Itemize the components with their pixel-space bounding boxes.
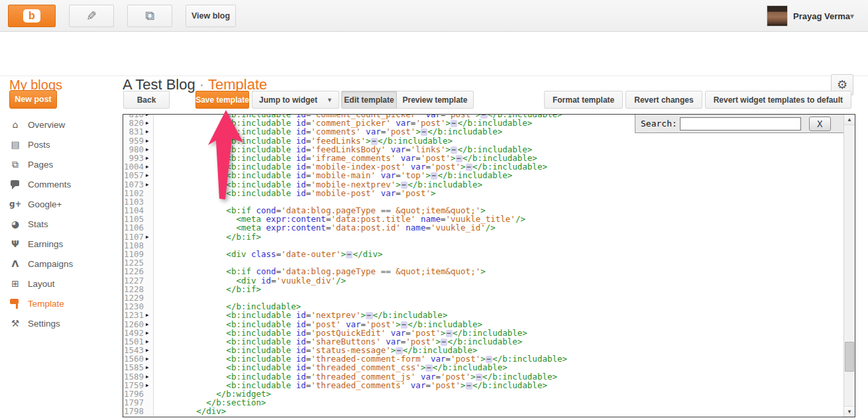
fold-arrow-placeholder: [144, 302, 153, 311]
fold-arrow-icon[interactable]: ▶: [144, 180, 153, 189]
fold-arrow-icon[interactable]: ▶: [144, 171, 153, 180]
fold-arrow-icon[interactable]: ▶: [144, 381, 153, 390]
sidebar-item-campaigns[interactable]: ΛCampaigns: [0, 254, 123, 274]
fold-arrow-icon[interactable]: ▶: [144, 337, 153, 346]
gutter: 1107▶: [123, 233, 154, 241]
code-text: <b:includable id='mobile-post' var='post…: [154, 189, 435, 197]
avatar[interactable]: [767, 5, 788, 26]
editor-scrollbar[interactable]: ▲ ▼: [843, 115, 855, 417]
line-number: 1228: [123, 285, 144, 293]
fold-arrow-icon[interactable]: ▶: [144, 233, 153, 241]
fold-arrow-icon[interactable]: ▶: [144, 320, 153, 329]
blogger-home-button[interactable]: b: [8, 5, 56, 27]
wrench-icon: ⚒: [9, 318, 21, 329]
search-close-button[interactable]: X: [809, 117, 831, 131]
sidebar-item-pages[interactable]: ⧉Pages: [0, 154, 123, 174]
gutter: 1057▶: [123, 171, 154, 180]
pages-icon: ⧉: [9, 159, 21, 170]
line-number: 959: [123, 136, 144, 145]
template-code-editor[interactable]: 810▶ <b:includable id='comment_count_pic…: [123, 114, 855, 417]
sidebar-item-label: Campaigns: [28, 259, 73, 269]
sidebar-item-template[interactable]: Template: [0, 293, 123, 313]
view-blog-button[interactable]: View blog: [186, 5, 236, 27]
sidebar-item-overview[interactable]: ⌂Overview: [0, 115, 123, 134]
sidebar-item-stats[interactable]: ◕Stats: [0, 214, 123, 234]
fold-arrow-placeholder: [144, 293, 153, 302]
sidebar-nav: ⌂Overview▤Posts⧉PagesCommentsg+Google+◕S…: [0, 115, 123, 333]
edit-template-button[interactable]: Edit template: [341, 91, 397, 109]
fold-arrow-icon[interactable]: ▶: [144, 329, 153, 337]
home-icon: ⌂: [9, 119, 21, 130]
stacked-pages-icon: ⧉: [145, 9, 154, 23]
search-input[interactable]: [680, 117, 801, 131]
scrollbar-thumb[interactable]: [845, 342, 854, 372]
sidebar-item-label: Stats: [28, 219, 48, 229]
sidebar-item-google-plus[interactable]: g+Google+: [0, 194, 123, 214]
gutter: 1073▶: [123, 180, 154, 189]
sidebar-item-label: Settings: [28, 319, 60, 329]
code-text: <meta expr:content='data:post.id' name='…: [154, 223, 496, 232]
fold-arrow-icon[interactable]: ▶: [144, 311, 153, 319]
gutter: 980▶: [123, 145, 154, 154]
fold-arrow-icon[interactable]: ▶: [144, 346, 153, 354]
code-line: 1798 </div>: [123, 407, 843, 415]
sidebar-item-label: Earnings: [28, 239, 63, 249]
sidebar-item-label: Layout: [28, 279, 55, 289]
user-name[interactable]: Prayag Verma: [793, 0, 850, 32]
revert-changes-button[interactable]: Revert changes: [625, 91, 702, 109]
scroll-down-arrow-icon[interactable]: ▼: [844, 406, 855, 417]
fold-arrow-icon[interactable]: ▶: [144, 354, 153, 363]
sidebar-item-comments[interactable]: Comments: [0, 174, 123, 194]
save-template-button[interactable]: Save template: [195, 91, 249, 109]
mountain-icon: Λ: [9, 258, 21, 269]
fold-arrow-icon[interactable]: ▶: [144, 154, 153, 162]
preview-template-button[interactable]: Preview template: [397, 91, 474, 109]
header: My blogs A Test Blog·Template ⚙: [0, 32, 868, 76]
fold-arrow-placeholder: [144, 258, 153, 267]
gutter: 1798: [123, 407, 154, 415]
fold-arrow-placeholder: [144, 241, 153, 250]
gutter: 1260▶: [123, 320, 154, 329]
code-line: 1102 <b:includable id='mobile-post' var=…: [123, 189, 843, 197]
scroll-up-arrow-icon[interactable]: ▲: [844, 115, 855, 125]
fold-arrow-icon[interactable]: ▶: [144, 119, 153, 127]
new-post-button[interactable]: New post: [9, 90, 57, 109]
code-line: 1107▶ </b:if>: [123, 233, 843, 241]
search-label: Search:: [641, 119, 677, 129]
gutter: 1227: [123, 276, 154, 285]
sidebar-item-earnings[interactable]: ΨEarnings: [0, 234, 123, 254]
jump-to-widget-dropdown[interactable]: Jump to widget ▼: [252, 91, 339, 109]
fold-arrow-placeholder: [144, 267, 153, 276]
format-template-button[interactable]: Format template: [544, 91, 623, 109]
back-button[interactable]: Back: [123, 91, 170, 109]
sidebar-item-layout[interactable]: ⊞Layout: [0, 274, 123, 293]
line-number: 1226: [123, 267, 144, 276]
gutter: 1589▶: [123, 372, 154, 381]
folded-code-chip[interactable]: ⋯: [466, 382, 472, 390]
gutter: 959▶: [123, 136, 154, 145]
speech-bubble-icon: [9, 179, 21, 189]
fold-arrow-icon[interactable]: ▶: [144, 162, 153, 171]
new-post-pencil-button[interactable]: ✎: [69, 5, 114, 27]
post-list-button[interactable]: ⧉: [127, 5, 172, 27]
line-number: 1106: [123, 223, 144, 232]
sidebar-item-label: Pages: [28, 160, 53, 170]
fold-arrow-icon[interactable]: ▶: [144, 372, 153, 381]
sidebar-item-posts[interactable]: ▤Posts: [0, 134, 123, 154]
layout-grid-icon: ⊞: [9, 278, 21, 289]
fold-arrow-icon[interactable]: ▶: [144, 145, 153, 154]
line-number: 1260: [123, 320, 144, 329]
pencil-icon: ✎: [86, 9, 97, 24]
code-line: 1228 </b:if>: [123, 285, 843, 293]
gutter: 831▶: [123, 127, 154, 136]
fold-arrow-icon[interactable]: ▶: [144, 114, 153, 119]
fold-arrow-icon[interactable]: ▶: [144, 136, 153, 145]
fold-arrow-icon[interactable]: ▶: [144, 127, 153, 136]
sidebar-item-settings[interactable]: ⚒Settings: [0, 313, 123, 333]
fold-arrow-icon[interactable]: ▶: [144, 363, 153, 372]
code-area[interactable]: 810▶ <b:includable id='comment_count_pic…: [123, 114, 843, 416]
user-menu-caret-icon[interactable]: ▼: [849, 0, 855, 32]
blogger-template-editor-page: b ✎ ⧉ View blog Prayag Verma ▼ My blogs …: [0, 0, 868, 420]
folded-code-chip[interactable]: ⋯: [346, 251, 353, 258]
revert-widget-templates-button[interactable]: Revert widget templates to default: [705, 91, 851, 109]
